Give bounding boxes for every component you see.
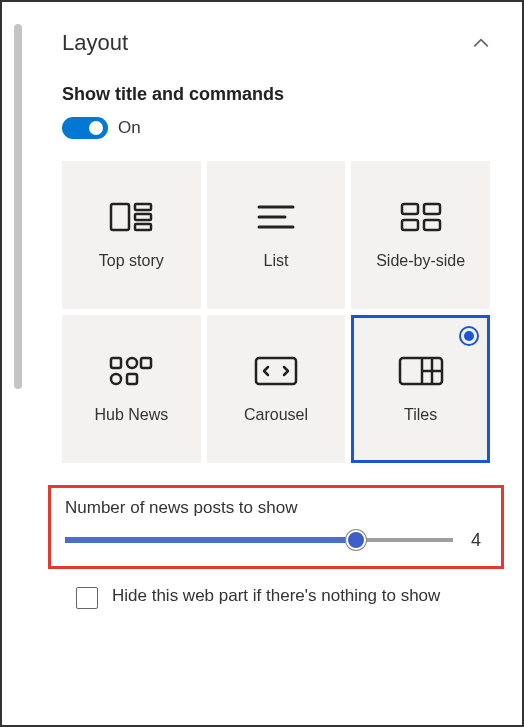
side-by-side-icon	[400, 200, 442, 234]
layout-option-top-story[interactable]: Top story	[62, 161, 201, 309]
svg-rect-9	[402, 220, 418, 230]
svg-rect-3	[135, 224, 151, 230]
layout-option-label: Hub News	[94, 406, 168, 424]
toggle-setting-label: Show title and commands	[62, 84, 490, 105]
svg-rect-7	[402, 204, 418, 214]
layout-option-label: Top story	[99, 252, 164, 270]
slider-label: Number of news posts to show	[65, 498, 487, 518]
svg-point-12	[127, 358, 137, 368]
svg-rect-11	[111, 358, 121, 368]
svg-point-14	[111, 374, 121, 384]
slider-thumb[interactable]	[346, 530, 366, 550]
layout-option-label: Carousel	[244, 406, 308, 424]
svg-rect-16	[256, 358, 296, 384]
top-story-icon	[109, 200, 153, 234]
hub-news-icon	[109, 354, 153, 388]
selected-radio-icon	[459, 326, 479, 346]
layout-option-carousel[interactable]: Carousel	[207, 315, 346, 463]
slider-fill	[65, 537, 356, 543]
svg-rect-13	[141, 358, 151, 368]
svg-rect-15	[127, 374, 137, 384]
toggle-knob	[89, 121, 103, 135]
slider-value: 4	[471, 530, 487, 551]
hide-webpart-row: Hide this web part if there's nothing to…	[62, 583, 490, 609]
layout-option-tiles[interactable]: Tiles	[351, 315, 490, 463]
carousel-icon	[254, 354, 298, 388]
posts-count-slider[interactable]	[65, 538, 453, 542]
section-title: Layout	[62, 30, 128, 56]
layout-option-label: Side-by-side	[376, 252, 465, 270]
toggle-row: On	[62, 117, 490, 139]
layout-option-side-by-side[interactable]: Side-by-side	[351, 161, 490, 309]
layout-option-hub-news[interactable]: Hub News	[62, 315, 201, 463]
svg-rect-10	[424, 220, 440, 230]
chevron-up-icon	[472, 34, 490, 52]
svg-rect-1	[135, 204, 151, 210]
hide-webpart-checkbox[interactable]	[76, 587, 98, 609]
layout-option-label: Tiles	[404, 406, 437, 424]
svg-rect-0	[111, 204, 129, 230]
svg-rect-8	[424, 204, 440, 214]
show-title-toggle[interactable]	[62, 117, 108, 139]
hide-webpart-label: Hide this web part if there's nothing to…	[112, 583, 440, 609]
layout-option-label: List	[264, 252, 289, 270]
layout-panel: Layout Show title and commands On Top st…	[2, 2, 522, 629]
slider-section-highlight: Number of news posts to show 4	[48, 485, 504, 569]
tiles-icon	[398, 354, 444, 388]
svg-rect-2	[135, 214, 151, 220]
layout-options-grid: Top story List Side-by-si	[62, 161, 490, 463]
list-icon	[257, 200, 295, 234]
section-header[interactable]: Layout	[62, 30, 490, 56]
toggle-state-label: On	[118, 118, 141, 138]
scrollbar[interactable]	[14, 24, 22, 389]
slider-row: 4	[65, 528, 487, 552]
layout-option-list[interactable]: List	[207, 161, 346, 309]
